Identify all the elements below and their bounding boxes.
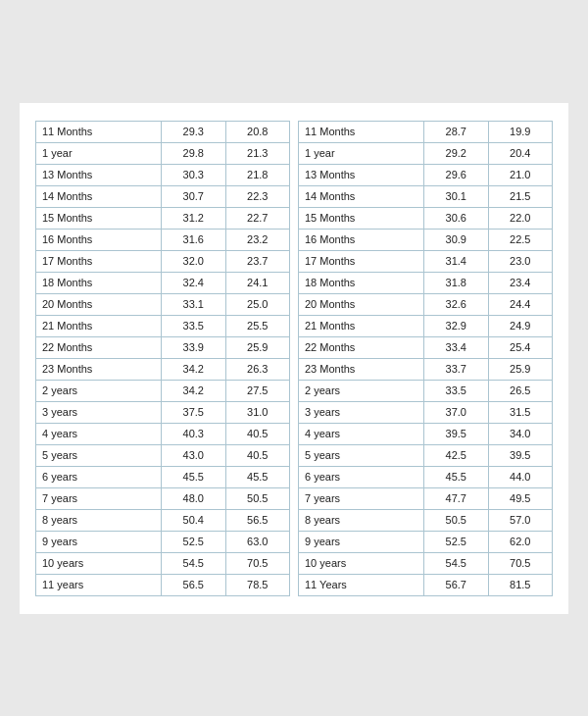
table-row: 8 years50.456.5	[36, 509, 290, 531]
label-cell: 17 Months	[299, 250, 424, 272]
label-cell: 11 Months	[299, 121, 424, 142]
table-row: 1 year29.821.3	[36, 142, 290, 164]
table-row: 16 Months31.623.2	[36, 229, 290, 250]
col2-cell: 54.5	[424, 552, 488, 574]
col2-cell: 37.0	[424, 401, 488, 423]
col3-cell: 44.0	[488, 466, 553, 487]
table-row: 16 Months30.922.5	[299, 229, 553, 250]
col3-cell: 25.9	[488, 358, 553, 380]
table-row: 10 years54.570.5	[299, 552, 553, 574]
col2-cell: 33.5	[424, 380, 488, 401]
table-row: 21 Months33.525.5	[36, 315, 290, 336]
col3-cell: 49.5	[488, 487, 553, 509]
table-row: 2 years33.526.5	[299, 380, 553, 401]
col2-cell: 32.4	[162, 272, 225, 293]
table-row: 8 years50.557.0	[299, 509, 553, 531]
col3-cell: 26.5	[488, 380, 553, 401]
col2-cell: 45.5	[162, 466, 225, 487]
label-cell: 10 years	[299, 552, 424, 574]
col2-cell: 56.7	[424, 574, 488, 595]
table-row: 11 Years56.781.5	[299, 574, 553, 595]
label-cell: 4 years	[36, 423, 162, 444]
label-cell: 6 years	[36, 466, 162, 487]
col2-cell: 33.5	[162, 315, 225, 336]
col2-cell: 31.8	[424, 272, 488, 293]
label-cell: 8 years	[36, 509, 162, 531]
table-row: 18 Months31.823.4	[299, 272, 553, 293]
col3-cell: 26.3	[225, 358, 290, 380]
table2: 11 Months28.719.91 year29.220.413 Months…	[298, 121, 553, 596]
table-row: 18 Months32.424.1	[36, 272, 290, 293]
col3-cell: 50.5	[225, 487, 290, 509]
label-cell: 11 years	[36, 574, 162, 595]
col2-cell: 29.6	[424, 164, 488, 185]
table-row: 22 Months33.425.4	[299, 336, 553, 358]
table-row: 3 years37.031.5	[299, 401, 553, 423]
label-cell: 1 year	[299, 142, 424, 164]
col2-cell: 30.3	[162, 164, 225, 185]
table-row: 11 Months29.320.8	[36, 121, 290, 142]
col2-cell: 54.5	[162, 552, 225, 574]
col2-cell: 50.4	[162, 509, 225, 531]
label-cell: 15 Months	[36, 207, 162, 229]
label-cell: 16 Months	[36, 229, 162, 250]
table-row: 10 years54.570.5	[36, 552, 290, 574]
col3-cell: 22.7	[225, 207, 290, 229]
table-row: 2 years34.227.5	[36, 380, 290, 401]
col3-cell: 45.5	[225, 466, 290, 487]
label-cell: 17 Months	[36, 250, 162, 272]
table-row: 17 Months31.423.0	[299, 250, 553, 272]
label-cell: 5 years	[36, 444, 162, 466]
label-cell: 1 year	[36, 142, 162, 164]
col3-cell: 21.8	[225, 164, 290, 185]
table-row: 14 Months30.722.3	[36, 185, 290, 207]
col2-cell: 33.1	[162, 293, 225, 315]
table-row: 14 Months30.121.5	[299, 185, 553, 207]
label-cell: 8 years	[299, 509, 424, 531]
col3-cell: 81.5	[488, 574, 553, 595]
table-row: 1 year29.220.4	[299, 142, 553, 164]
table-row: 3 years37.531.0	[36, 401, 290, 423]
col3-cell: 56.5	[225, 509, 290, 531]
col2-cell: 42.5	[424, 444, 488, 466]
col2-cell: 32.0	[162, 250, 225, 272]
col3-cell: 21.3	[225, 142, 290, 164]
label-cell: 3 years	[299, 401, 424, 423]
col3-cell: 19.9	[488, 121, 553, 142]
col3-cell: 25.9	[225, 336, 290, 358]
table-row: 20 Months33.125.0	[36, 293, 290, 315]
col3-cell: 23.0	[488, 250, 553, 272]
col2-cell: 39.5	[424, 423, 488, 444]
table-row: 15 Months30.622.0	[299, 207, 553, 229]
label-cell: 18 Months	[299, 272, 424, 293]
col2-cell: 52.5	[162, 531, 225, 552]
col3-cell: 24.4	[488, 293, 553, 315]
table2-block: 11 Months28.719.91 year29.220.413 Months…	[298, 121, 553, 596]
col2-cell: 32.6	[424, 293, 488, 315]
col2-cell: 33.4	[424, 336, 488, 358]
col2-cell: 48.0	[162, 487, 225, 509]
col2-cell: 28.7	[424, 121, 488, 142]
label-cell: 20 Months	[299, 293, 424, 315]
col3-cell: 27.5	[225, 380, 290, 401]
col3-cell: 24.1	[225, 272, 290, 293]
col2-cell: 29.2	[424, 142, 488, 164]
label-cell: 23 Months	[299, 358, 424, 380]
col3-cell: 31.0	[225, 401, 290, 423]
col2-cell: 47.7	[424, 487, 488, 509]
col2-cell: 30.6	[424, 207, 488, 229]
table-row: 5 years42.539.5	[299, 444, 553, 466]
label-cell: 11 Months	[36, 121, 162, 142]
col3-cell: 25.4	[488, 336, 553, 358]
table-row: 6 years45.545.5	[36, 466, 290, 487]
table-row: 22 Months33.925.9	[36, 336, 290, 358]
page: 11 Months29.320.81 year29.821.313 Months…	[20, 103, 568, 614]
col2-cell: 31.6	[162, 229, 225, 250]
col2-cell: 50.5	[424, 509, 488, 531]
table-row: 9 years52.563.0	[36, 531, 290, 552]
col2-cell: 31.2	[162, 207, 225, 229]
tables-wrapper: 11 Months29.320.81 year29.821.313 Months…	[35, 121, 553, 596]
label-cell: 2 years	[299, 380, 424, 401]
label-cell: 16 Months	[299, 229, 424, 250]
col3-cell: 40.5	[225, 444, 290, 466]
